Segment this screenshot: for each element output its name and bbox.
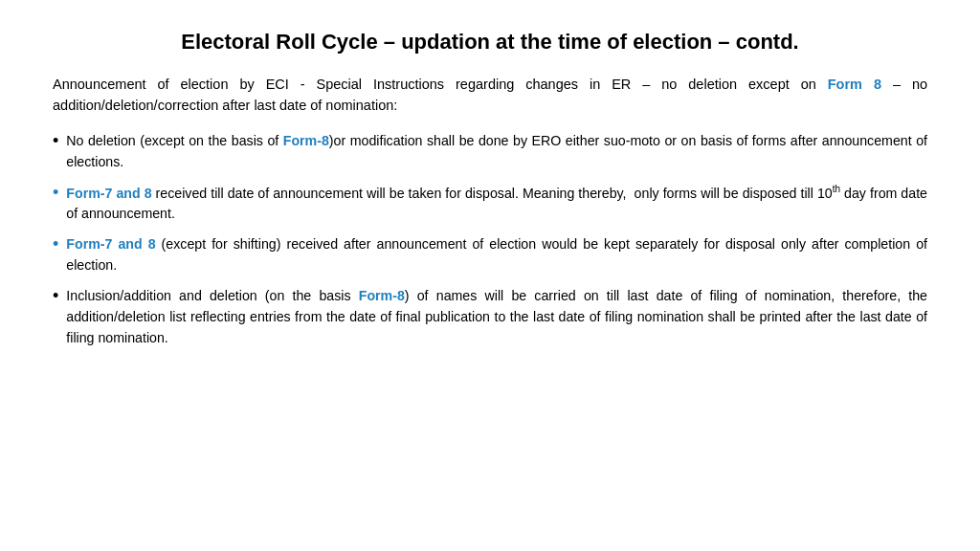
bullet-item-2: • Form-7 and 8 received till date of ann… [53, 182, 927, 225]
bullet-list: • No deletion (except on the basis of Fo… [53, 130, 927, 349]
bullet-text-1: No deletion (except on the basis of Form… [66, 130, 927, 172]
form8-ref-1: Form-8 [283, 133, 329, 148]
bullet-dot-4: • [53, 285, 58, 307]
form78-ref-1: Form-7 and 8 [66, 185, 151, 200]
bullet-item-1: • No deletion (except on the basis of Fo… [53, 130, 927, 172]
bullet-dot-3: • [53, 233, 58, 255]
bullet-dot-1: • [53, 130, 58, 152]
intro-form8: Form 8 [828, 77, 881, 92]
bullet-text-4: Inclusion/addition and deletion (on the … [66, 285, 927, 348]
slide-title: Electoral Roll Cycle – updation at the t… [53, 29, 927, 56]
bullet-item-4: • Inclusion/addition and deletion (on th… [53, 285, 927, 348]
bullet-dot-2: • [53, 182, 58, 204]
form8-ref-2: Form-8 [359, 288, 405, 303]
bullet-text-3: Form-7 and 8 (except for shifting) recei… [66, 233, 927, 276]
bullet-text-2: Form-7 and 8 received till date of annou… [66, 182, 927, 225]
slide-container: Electoral Roll Cycle – updation at the t… [0, 0, 980, 551]
form78-ref-2: Form-7 and 8 [66, 236, 155, 252]
intro-text-before: Announcement of election by ECI - Specia… [53, 77, 828, 92]
bullet-item-3: • Form-7 and 8 (except for shifting) rec… [53, 233, 927, 276]
intro-paragraph: Announcement of election by ECI - Specia… [53, 74, 927, 117]
